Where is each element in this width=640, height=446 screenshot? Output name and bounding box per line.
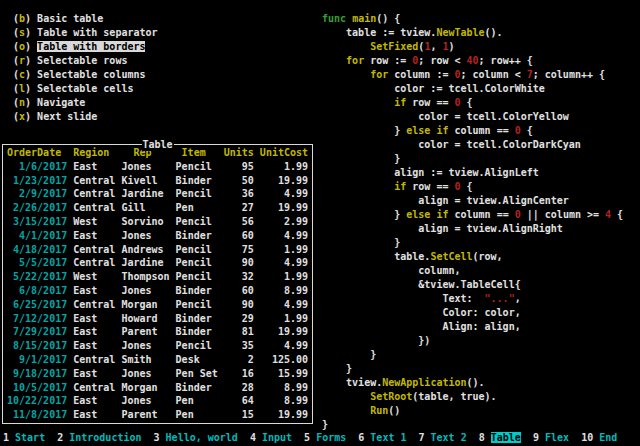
- table-title: Table: [141, 138, 173, 151]
- code-line: Color: color,: [322, 306, 623, 320]
- status-slide-label: End: [599, 432, 617, 443]
- code-line: color = tcell.ColorDarkCyan: [322, 138, 623, 152]
- code-line: }): [322, 334, 623, 348]
- menu-item-selectable-cells[interactable]: (l) Selectable cells: [13, 82, 158, 96]
- code-view: func main() { table := tview.NewTable().…: [322, 12, 623, 432]
- code-line: Text: "...",: [322, 292, 623, 306]
- status-slide-label: Introduction: [69, 432, 141, 443]
- status-slide-label: Start: [15, 432, 45, 443]
- status-slide-label: Text 1: [370, 432, 406, 443]
- table-row: 3/15/2017 West Sorvino Pencil 56 2.99: [7, 215, 310, 229]
- code-line: SetRoot(table, true).: [322, 390, 623, 404]
- code-line: }: [322, 348, 623, 362]
- table-row: 10/5/2017 Central Morgan Binder 28 8.99: [7, 381, 310, 395]
- code-line: }: [322, 418, 623, 432]
- table-row: 5/22/2017 West Thompson Pencil 32 1.99: [7, 270, 310, 284]
- code-line: if row == 0 {: [322, 96, 623, 110]
- status-slide-label: Forms: [316, 432, 346, 443]
- code-line: func main() {: [322, 12, 623, 26]
- code-line: table := tview.NewTable().: [322, 26, 623, 40]
- code-line: }: [322, 152, 623, 166]
- status-slide-7[interactable]: 7 Text 2: [419, 432, 467, 443]
- menu-item-label: Selectable columns: [37, 69, 145, 80]
- menu-item-label: Selectable cells: [37, 83, 133, 94]
- table-row: 2/26/2017 Central Gill Pen 27 19.99: [7, 201, 310, 215]
- table-row: 5/5/2017 Central Jardine Pencil 90 4.99: [7, 256, 310, 270]
- menu-item-selectable-columns[interactable]: (c) Selectable columns: [13, 68, 158, 82]
- table-row: 6/8/2017 East Jones Binder 60 8.99: [7, 284, 310, 298]
- menu-item-label: Selectable rows: [37, 55, 127, 66]
- status-slide-label: Flex: [545, 432, 569, 443]
- table-row: 6/25/2017 Central Morgan Pencil 90 4.99: [7, 298, 310, 312]
- code-line: for column := 0; column < 7; column++ {: [322, 68, 623, 82]
- menu-item-selectable-rows[interactable]: (r) Selectable rows: [13, 54, 158, 68]
- status-slide-label: Table: [491, 432, 521, 443]
- code-line: }: [322, 362, 623, 376]
- code-line: tview.NewApplication().: [322, 376, 623, 390]
- status-slide-6[interactable]: 6 Text 1: [358, 432, 406, 443]
- code-line: SetFixed(1, 1): [322, 40, 623, 54]
- status-bar: 1 Start 2 Introduction 3 Hello, world 4 …: [3, 431, 617, 445]
- menu-item-next-slide[interactable]: (x) Next slide: [13, 110, 158, 124]
- table-row: 7/29/2017 East Parent Binder 81 19.99: [7, 325, 310, 339]
- table-row: 2/9/2017 Central Jardine Pencil 36 4.99: [7, 187, 310, 201]
- status-slide-label: Input: [262, 432, 292, 443]
- menu-item-label: Table with borders: [37, 41, 145, 52]
- slide-menu: (b) Basic table(s) Table with separator(…: [13, 12, 158, 124]
- code-line: column,: [322, 264, 623, 278]
- table-row: 1/6/2017 East Jones Pencil 95 1.99: [7, 160, 310, 174]
- code-line: if row == 0 {: [322, 180, 623, 194]
- table-row: 9/1/2017 Central Smith Desk 2 125.00: [7, 353, 310, 367]
- status-slide-1[interactable]: 1 Start: [3, 432, 45, 443]
- code-line: align = tview.AlignCenter: [322, 194, 623, 208]
- table-row: 1/23/2017 Central Kivell Binder 50 19.99: [7, 174, 310, 188]
- code-line: table.SetCell(row,: [322, 250, 623, 264]
- status-slide-10[interactable]: 10 End: [581, 432, 617, 443]
- table-row: 11/8/2017 East Parent Pen 15 19.99: [7, 408, 310, 422]
- status-slide-2[interactable]: 2 Introduction: [57, 432, 141, 443]
- status-slide-4[interactable]: 4 Input: [250, 432, 292, 443]
- table-row: 7/12/2017 East Howard Binder 29 1.99: [7, 312, 310, 326]
- code-line: align = tview.AlignRight: [322, 222, 623, 236]
- code-line: color = tcell.ColorYellow: [322, 110, 623, 124]
- table-row: 4/18/2017 Central Andrews Pencil 75 1.99: [7, 243, 310, 257]
- menu-item-table-with-separator[interactable]: (s) Table with separator: [13, 26, 158, 40]
- status-slide-3[interactable]: 3 Hello, world: [154, 432, 238, 443]
- code-line: &tview.TableCell{: [322, 278, 623, 292]
- menu-item-label: Navigate: [37, 97, 85, 108]
- code-line: Run(): [322, 404, 623, 418]
- menu-item-table-with-borders[interactable]: (o) Table with borders: [13, 40, 158, 54]
- menu-item-basic-table[interactable]: (b) Basic table: [13, 12, 158, 26]
- status-slide-8[interactable]: 8 Table: [479, 432, 521, 443]
- table-row: 4/1/2017 East Jones Binder 60 4.99: [7, 229, 310, 243]
- code-line: align := tview.AlignLeft: [322, 166, 623, 180]
- table-panel: Table OrderDate Region Rep Item Units Un…: [2, 144, 313, 424]
- menu-item-label: Table with separator: [37, 27, 157, 38]
- status-slide-label: Hello, world: [166, 432, 238, 443]
- terminal-screen: (b) Basic table(s) Table with separator(…: [0, 0, 640, 446]
- code-line: color := tcell.ColorWhite: [322, 82, 623, 96]
- status-slide-5[interactable]: 5 Forms: [304, 432, 346, 443]
- menu-item-label: Next slide: [37, 111, 97, 122]
- menu-item-navigate[interactable]: (n) Navigate: [13, 96, 158, 110]
- table-row: 9/18/2017 East Jones Pen Set 16 15.99: [7, 367, 310, 381]
- table-body: OrderDate Region Rep Item Units UnitCost…: [7, 146, 310, 422]
- code-line: } else if column == 0 {: [322, 124, 623, 138]
- code-line: Align: align,: [322, 320, 623, 334]
- code-line: } else if column == 0 || column >= 4 {: [322, 208, 623, 222]
- code-line: for row := 0; row < 40; row++ {: [322, 54, 623, 68]
- status-slide-9[interactable]: 9 Flex: [533, 432, 569, 443]
- menu-item-label: Basic table: [37, 13, 103, 24]
- table-row: 8/15/2017 East Jones Pencil 35 4.99: [7, 339, 310, 353]
- code-line: }: [322, 236, 623, 250]
- table-row: 10/22/2017 East Jones Pen 64 8.99: [7, 394, 310, 408]
- status-slide-label: Text 2: [431, 432, 467, 443]
